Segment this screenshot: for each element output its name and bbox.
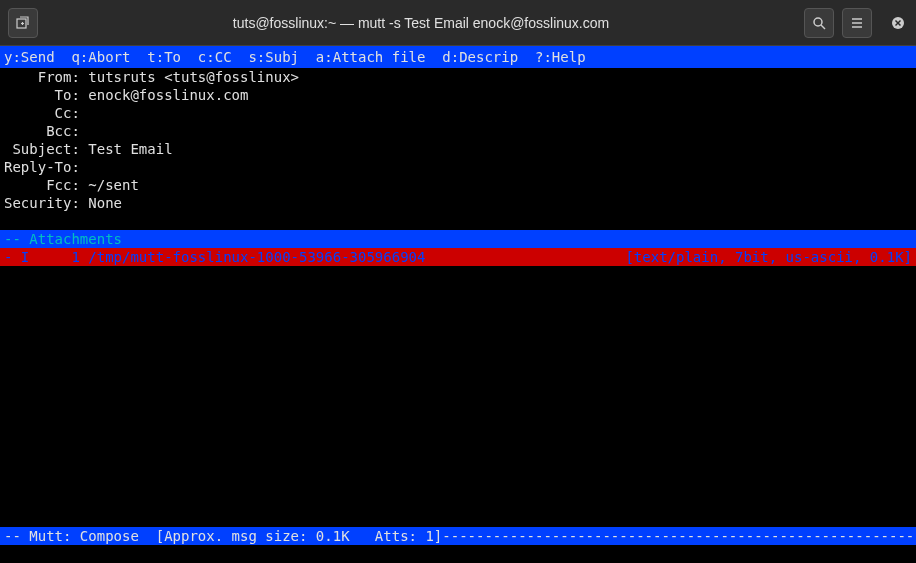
status-bar: -- Mutt: Compose [Approx. msg size: 0.1K… — [0, 527, 916, 545]
replyto-line: Reply-To: — [0, 158, 916, 176]
to-label: To: — [4, 87, 80, 103]
close-icon — [891, 16, 905, 30]
attachments-header: -- Attachments — [0, 230, 916, 248]
new-tab-icon — [15, 15, 31, 31]
from-value[interactable]: tutsruts <tuts@fosslinux> — [80, 69, 299, 85]
titlebar-left — [8, 8, 38, 38]
subject-value[interactable]: Test Email — [80, 141, 173, 157]
fcc-line: Fcc: ~/sent — [0, 176, 916, 194]
from-line: From: tutsruts <tuts@fosslinux> — [0, 68, 916, 86]
blank-line — [0, 212, 916, 230]
to-value[interactable]: enock@fosslinux.com — [80, 87, 249, 103]
search-button[interactable] — [804, 8, 834, 38]
security-label: Security: — [4, 195, 80, 211]
cc-line: Cc: — [0, 104, 916, 122]
svg-line-2 — [821, 25, 825, 29]
terminal-area[interactable]: y:Send q:Abort t:To c:CC s:Subj a:Attach… — [0, 46, 916, 563]
replyto-label: Reply-To: — [4, 159, 80, 175]
titlebar: tuts@fosslinux:~ — mutt -s Test Email en… — [0, 0, 916, 46]
subject-label: Subject: — [4, 141, 80, 157]
attachment-path: - I 1 /tmp/mutt-fosslinux-1000-53966-305… — [4, 248, 425, 266]
hamburger-icon — [850, 16, 864, 30]
fcc-value[interactable]: ~/sent — [80, 177, 139, 193]
fcc-label: Fcc: — [4, 177, 80, 193]
close-button[interactable] — [888, 13, 908, 33]
from-label: From: — [4, 69, 80, 85]
cc-label: Cc: — [4, 105, 80, 121]
menu-button[interactable] — [842, 8, 872, 38]
bcc-label: Bcc: — [4, 123, 80, 139]
security-value[interactable]: None — [80, 195, 122, 211]
subject-line: Subject: Test Email — [0, 140, 916, 158]
svg-point-1 — [814, 18, 822, 26]
new-tab-button[interactable] — [8, 8, 38, 38]
attachment-meta: [text/plain, 7bit, us-ascii, 0.1K] — [625, 248, 912, 266]
attachment-item[interactable]: - I 1 /tmp/mutt-fosslinux-1000-53966-305… — [0, 248, 916, 266]
security-line: Security: None — [0, 194, 916, 212]
to-line: To: enock@fosslinux.com — [0, 86, 916, 104]
mutt-menu-bar: y:Send q:Abort t:To c:CC s:Subj a:Attach… — [0, 46, 916, 68]
window-title: tuts@fosslinux:~ — mutt -s Test Email en… — [38, 15, 804, 31]
search-icon — [812, 16, 826, 30]
bcc-line: Bcc: — [0, 122, 916, 140]
titlebar-right — [804, 8, 908, 38]
